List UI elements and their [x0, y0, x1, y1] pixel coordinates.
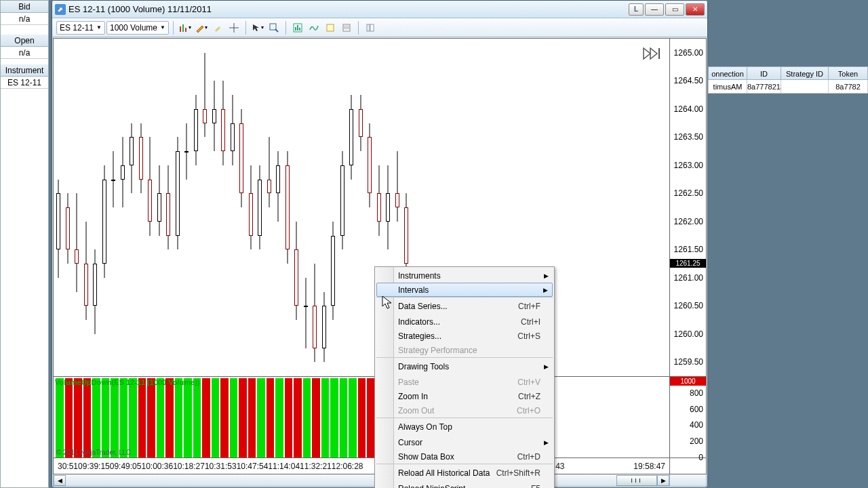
menu-item-intervals[interactable]: Intervals▶	[376, 283, 553, 297]
svg-rect-5	[295, 27, 296, 30]
menu-item-drawing-tools[interactable]: Drawing Tools▶	[376, 357, 553, 375]
menu-item-reload-ninjascript[interactable]: Reload NinjaScriptF5	[376, 481, 553, 488]
menu-item-label: Intervals	[398, 285, 540, 295]
menu-item-zoom-out: Zoom OutCtrl+O	[376, 403, 553, 418]
cursor-button[interactable]: ▾	[250, 20, 265, 35]
window-title: ES 12-11 (1000 Volume) 11/11/2011	[68, 4, 627, 14]
grid-header[interactable]: Strategy ID	[781, 66, 829, 80]
price-tick-label: 1260.00	[674, 329, 703, 339]
scroll-right-button[interactable]: ▶	[657, 475, 669, 486]
menu-item-shortcut: Ctrl+F	[518, 302, 540, 311]
menu-item-label: Show Data Box	[398, 452, 517, 462]
strategies-button[interactable]	[323, 20, 338, 35]
menu-item-cursor[interactable]: Cursor▶	[376, 435, 553, 449]
submenu-arrow-icon: ▶	[544, 272, 549, 279]
time-tick-label: 10:00:36	[141, 462, 173, 471]
mouse-cursor-icon	[382, 296, 393, 310]
price-axis[interactable]: 1265.001264.501264.001263.501263.001262.…	[670, 38, 707, 377]
menu-item-data-series[interactable]: Data Series...Ctrl+F	[376, 297, 553, 314]
menu-item-strategy-performance: Strategy Performance	[376, 343, 553, 357]
svg-rect-10	[344, 26, 349, 26]
crosshair-button[interactable]	[226, 20, 241, 35]
menu-item-show-data-box[interactable]: Show Data BoxCtrl+D	[376, 449, 553, 464]
volume-axis[interactable]: 10008006004002000	[670, 377, 707, 458]
price-tick-label: 1262.50	[674, 188, 703, 198]
price-tick-label: 1264.50	[674, 76, 703, 85]
menu-item-reload-all-historical-data[interactable]: Reload All Historical DataCtrl+Shift+R	[376, 464, 553, 481]
volume-bar	[147, 378, 155, 458]
chart-toolbar: ES 12-11▼ 1000 Volume▼ ▾ ▾ ▾	[52, 18, 707, 37]
volume-bar	[239, 378, 247, 458]
volume-bar	[275, 378, 283, 458]
menu-item-shortcut: Ctrl+O	[517, 406, 540, 415]
time-tick-label: 12:06:28	[332, 462, 363, 471]
volume-panel[interactable]: VolumeUpDown(ES 12-11 (1000 Volume)) © 2…	[53, 377, 670, 458]
menu-item-label: Data Series...	[398, 302, 518, 311]
scroll-thumb[interactable]: ııı	[616, 475, 657, 486]
data-series-button[interactable]	[290, 20, 305, 35]
time-tick-label: 10:18:27	[173, 462, 205, 471]
volume-indicator-label: VolumeUpDown(ES 12-11 (1000 Volume))	[55, 378, 200, 386]
instrument-value: ES 12-11	[1, 77, 48, 89]
minimize-button[interactable]: —	[645, 3, 664, 16]
menu-item-zoom-in[interactable]: Zoom InCtrl+Z	[376, 389, 553, 403]
volume-bar	[321, 378, 330, 458]
svg-rect-6	[297, 25, 298, 30]
grid-header[interactable]: ID	[747, 66, 781, 80]
grid-header[interactable]: Token	[829, 66, 868, 80]
menu-item-label: Indicators...	[398, 317, 521, 327]
indicators-button[interactable]	[307, 20, 321, 35]
draw-pencil-button[interactable]: ▾	[194, 20, 209, 35]
open-value: n/a	[1, 47, 48, 59]
current-price-marker: 1261.25	[670, 259, 706, 268]
menu-item-shortcut: Ctrl+D	[517, 452, 540, 462]
menu-item-shortcut: Ctrl+Z	[518, 392, 540, 401]
scroll-left-button[interactable]: ◀	[54, 475, 66, 486]
horizontal-scrollbar[interactable]: ◀ ııı ▶	[53, 474, 670, 487]
chart-context-menu[interactable]: Instruments▶Intervals▶Data Series...Ctrl…	[374, 266, 555, 488]
menu-item-instruments[interactable]: Instruments▶	[376, 268, 553, 283]
chart-trader-button[interactable]	[363, 20, 378, 35]
menu-item-indicators[interactable]: Indicators...Ctrl+I	[376, 314, 553, 329]
volume-bar	[285, 378, 293, 458]
volume-bar	[303, 378, 311, 458]
volume-bar	[212, 378, 220, 458]
interval-combo[interactable]: 1000 Volume▼	[106, 21, 169, 35]
skip-forward-icon[interactable]	[642, 47, 661, 62]
time-axis[interactable]: 30:5109:39:1509:49:0510:00:3610:18:2710:…	[53, 458, 670, 474]
time-tick-label: 11:14:04	[268, 462, 300, 471]
instrument-combo[interactable]: ES 12-11▼	[56, 21, 105, 35]
menu-item-shortcut: Ctrl+S	[517, 331, 540, 341]
price-chart-area[interactable]	[53, 38, 670, 377]
price-tick-label: 1265.00	[674, 48, 703, 58]
left-dock-panel: Bid n/a Open n/a Instrument ES 12-11	[0, 0, 49, 488]
grid-header[interactable]: onnection	[708, 66, 747, 80]
bar-type-button[interactable]: ▾	[178, 20, 193, 35]
menu-item-paste: PasteCtrl+V	[376, 375, 553, 389]
svg-rect-3	[270, 24, 276, 30]
menu-item-always-on-top[interactable]: Always On Top	[376, 418, 553, 435]
price-tick-label: 1263.00	[674, 161, 703, 170]
price-tick-label: 1261.00	[674, 273, 703, 283]
zoom-button[interactable]	[267, 20, 281, 35]
svg-rect-8	[327, 24, 334, 31]
properties-button[interactable]	[339, 20, 354, 35]
menu-item-label: Always On Top	[398, 422, 540, 432]
interval-combo-text: 1000 Volume	[110, 23, 157, 33]
highlighter-button[interactable]	[210, 20, 225, 35]
submenu-arrow-icon: ▶	[544, 363, 549, 370]
menu-item-label: Cursor	[398, 438, 540, 447]
volume-bar	[65, 378, 73, 458]
link-button[interactable]: L	[629, 3, 644, 16]
menu-item-label: Paste	[398, 378, 517, 387]
open-header: Open	[1, 35, 48, 47]
price-tick-label: 1261.50	[674, 245, 703, 254]
maximize-button[interactable]: ▭	[665, 3, 684, 16]
volume-bar	[248, 378, 256, 458]
volume-tick-label: 800	[690, 388, 703, 398]
title-bar[interactable]: ⬈ ES 12-11 (1000 Volume) 11/11/2011 L — …	[52, 1, 707, 18]
instrument-header: Instrument	[1, 64, 48, 77]
menu-item-shortcut: Ctrl+V	[517, 378, 540, 387]
close-button[interactable]: ✕	[686, 3, 705, 16]
menu-item-strategies[interactable]: Strategies...Ctrl+S	[376, 329, 553, 343]
